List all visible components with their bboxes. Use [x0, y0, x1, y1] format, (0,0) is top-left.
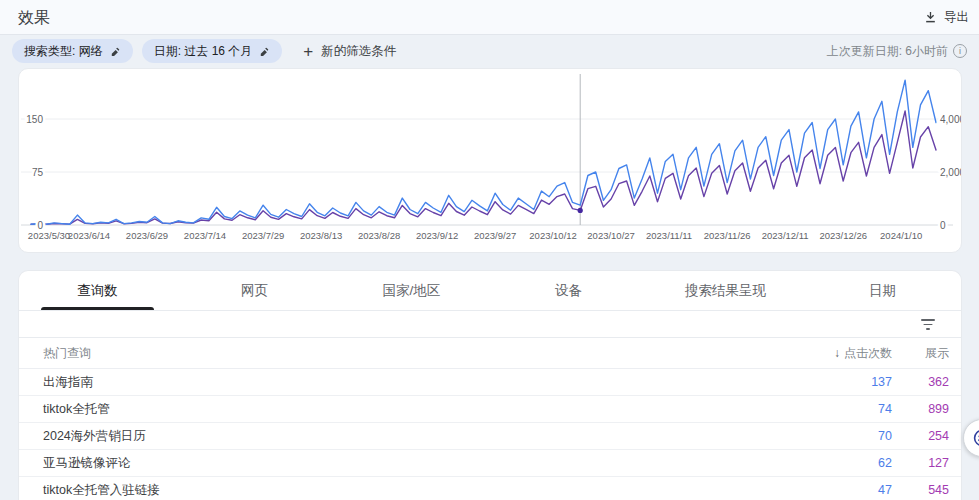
svg-text:2024/1/10: 2024/1/10 [880, 230, 922, 241]
query-cell[interactable]: 出海指南 [19, 374, 762, 391]
top-bar [0, 0, 979, 35]
svg-text:2023/9/12: 2023/9/12 [416, 230, 458, 241]
last-updated-label: 上次更新日期: 6小时前 [827, 43, 948, 60]
tab-2[interactable]: 国家/地区 [333, 271, 490, 310]
query-cell[interactable]: 2024海外营销日历 [19, 428, 762, 445]
clicks-cell: 47 [762, 483, 892, 497]
svg-text:2,000: 2,000 [940, 167, 961, 178]
page-title: 效果 [18, 8, 50, 29]
svg-text:0: 0 [940, 220, 946, 231]
impressions-cell: 127 [892, 456, 949, 470]
clicks-cell: 74 [762, 402, 892, 416]
impressions-column-header[interactable]: 展示 [892, 345, 949, 362]
filter-list-icon[interactable] [921, 319, 935, 330]
clicks-cell: 70 [762, 429, 892, 443]
tab-1[interactable]: 网页 [176, 271, 333, 310]
table-row[interactable]: 亚马逊镜像评论62127 [19, 450, 961, 477]
smiley-icon [972, 428, 979, 448]
export-button[interactable]: 导出 [923, 0, 969, 34]
performance-chart-card: 07515002,0004,0002023/5/302023/6/142023/… [18, 68, 962, 253]
table-row[interactable]: 2024海外营销日历70254 [19, 423, 961, 450]
add-filter-label: 新的筛选条件 [321, 43, 396, 60]
query-cell[interactable]: 亚马逊镜像评论 [19, 455, 762, 472]
edit-pencil-icon [110, 46, 121, 57]
svg-text:4,000: 4,000 [940, 114, 961, 125]
table-controls-row [19, 310, 961, 338]
info-icon[interactable]: i [953, 44, 967, 58]
clicks-cell: 137 [762, 375, 892, 389]
sort-descending-icon: ↓ [834, 346, 840, 360]
svg-text:2023/12/11: 2023/12/11 [762, 230, 809, 241]
impressions-cell: 254 [892, 429, 949, 443]
svg-text:2023/6/14: 2023/6/14 [68, 230, 110, 241]
edit-pencil-icon [259, 46, 270, 57]
table-body: 出海指南137362tiktok全托管748992024海外营销日历70254亚… [19, 369, 961, 500]
add-filter-button[interactable]: + 新的筛选条件 [303, 43, 396, 60]
performance-chart-svg[interactable]: 07515002,0004,0002023/5/302023/6/142023/… [19, 69, 961, 252]
svg-text:2023/8/28: 2023/8/28 [358, 230, 400, 241]
query-cell[interactable]: tiktok全托管入驻链接 [19, 482, 762, 499]
svg-text:2023/11/26: 2023/11/26 [704, 230, 751, 241]
clicks-cell: 62 [762, 456, 892, 470]
performance-page: 效果 导出 搜索类型: 网络 日期: 过去 16 个月 + 新的筛选条件 上次更… [0, 0, 979, 500]
table-row[interactable]: tiktok全托管74899 [19, 396, 961, 423]
svg-text:2023/10/12: 2023/10/12 [529, 230, 577, 241]
filter-chip-search-type[interactable]: 搜索类型: 网络 [12, 39, 133, 63]
tab-4[interactable]: 搜索结果呈现 [647, 271, 804, 310]
svg-text:2023/12/26: 2023/12/26 [819, 230, 867, 241]
dimension-tabs: 查询数网页国家/地区设备搜索结果呈现日期 [19, 271, 961, 310]
query-cell[interactable]: tiktok全托管 [19, 401, 762, 418]
svg-text:0: 0 [37, 220, 43, 231]
filter-chip-label: 日期: 过去 16 个月 [154, 43, 253, 60]
svg-text:2023/7/14: 2023/7/14 [184, 230, 226, 241]
tab-0[interactable]: 查询数 [19, 271, 176, 310]
filter-chip-date[interactable]: 日期: 过去 16 个月 [142, 39, 283, 63]
download-icon [923, 10, 938, 25]
svg-text:75: 75 [32, 167, 44, 178]
svg-text:2023/6/29: 2023/6/29 [126, 230, 168, 241]
feedback-button[interactable] [963, 419, 979, 457]
table-header-row: 热门查询 ↓点击次数 展示 [19, 338, 961, 369]
svg-text:2023/8/13: 2023/8/13 [300, 230, 342, 241]
clicks-column-header[interactable]: ↓点击次数 [762, 345, 892, 362]
export-label: 导出 [944, 9, 969, 26]
table-row[interactable]: tiktok全托管入驻链接47545 [19, 477, 961, 500]
svg-text:150: 150 [26, 114, 43, 125]
results-table-card: 查询数网页国家/地区设备搜索结果呈现日期 热门查询 ↓点击次数 展示 出海指南1… [18, 270, 962, 500]
plus-icon: + [303, 43, 313, 60]
impressions-cell: 545 [892, 483, 949, 497]
svg-text:2023/10/27: 2023/10/27 [587, 230, 635, 241]
svg-text:2023/11/11: 2023/11/11 [646, 230, 692, 241]
last-updated: 上次更新日期: 6小时前 i [827, 35, 967, 67]
table-row[interactable]: 出海指南137362 [19, 369, 961, 396]
impressions-cell: 899 [892, 402, 949, 416]
svg-text:2023/9/27: 2023/9/27 [474, 230, 516, 241]
query-column-header: 热门查询 [19, 345, 762, 362]
svg-text:2023/5/30: 2023/5/30 [28, 230, 70, 241]
svg-text:2023/7/29: 2023/7/29 [242, 230, 284, 241]
impressions-cell: 362 [892, 375, 949, 389]
tab-3[interactable]: 设备 [490, 271, 647, 310]
tab-5[interactable]: 日期 [804, 271, 961, 310]
filter-chip-label: 搜索类型: 网络 [24, 43, 103, 60]
